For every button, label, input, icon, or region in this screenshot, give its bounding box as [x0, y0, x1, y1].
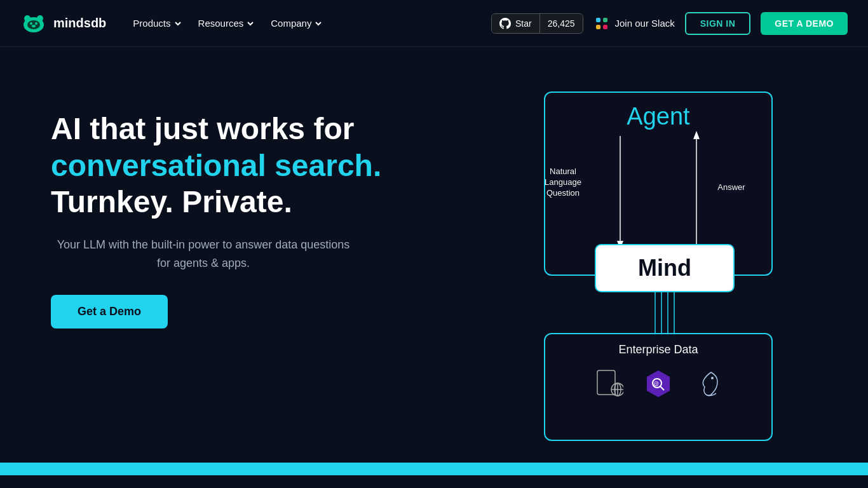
svg-rect-10: [603, 25, 607, 29]
hex-search-icon: @: [644, 369, 673, 398]
enterprise-box: Enterprise Data @: [544, 333, 773, 441]
svg-text:Answer: Answer: [717, 182, 745, 192]
navbar: mindsdb Products Resources Company: [0, 0, 868, 47]
nav-link-company[interactable]: Company: [264, 14, 329, 32]
logo[interactable]: mindsdb: [20, 13, 106, 34]
diagram-container: Agent Natural Language Question Answer M…: [512, 92, 804, 460]
hero-diagram: Agent Natural Language Question Answer M…: [512, 85, 817, 460]
hero-section: AI that just works for conversational se…: [0, 47, 868, 475]
nav-links: Products Resources Company: [126, 14, 329, 32]
hero-cta-button[interactable]: Get a Demo: [51, 295, 168, 329]
svg-text:@: @: [653, 381, 659, 387]
nav-link-resources[interactable]: Resources: [192, 14, 261, 32]
svg-point-6: [32, 25, 36, 27]
chevron-down-icon: [247, 20, 254, 27]
mind-label: Mind: [638, 255, 691, 281]
github-icon: [499, 18, 511, 29]
get-demo-button[interactable]: GET A DEMO: [761, 12, 848, 35]
github-star-label: Star: [492, 14, 540, 33]
slack-icon: [593, 15, 610, 32]
logo-text: mindsdb: [53, 16, 106, 30]
bottom-cyan-bar: [0, 463, 868, 475]
svg-rect-7: [596, 18, 600, 22]
enterprise-icons: @: [594, 369, 722, 398]
svg-point-32: [711, 377, 714, 379]
github-star-button[interactable]: Star 26,425: [491, 13, 583, 34]
svg-point-1: [24, 15, 31, 22]
mysql-icon: [693, 369, 722, 398]
nav-right: Star 26,425 Join our Slack SIGN IN GET A…: [491, 12, 848, 35]
mind-box: Mind: [595, 244, 735, 292]
svg-text:Language: Language: [545, 177, 581, 187]
chevron-down-icon: [315, 20, 322, 27]
svg-rect-23: [597, 370, 615, 395]
nav-left: mindsdb Products Resources Company: [20, 13, 329, 34]
svg-rect-9: [596, 25, 600, 29]
svg-point-5: [35, 22, 37, 25]
svg-rect-8: [603, 18, 607, 22]
hero-left: AI that just works for conversational se…: [51, 85, 381, 329]
hero-subtitle: Your LLM with the built-in power to answ…: [51, 236, 356, 273]
logo-icon: [20, 13, 47, 34]
nav-link-products[interactable]: Products: [126, 14, 187, 32]
svg-text:Question: Question: [546, 188, 580, 198]
svg-text:Natural: Natural: [550, 166, 576, 176]
svg-marker-17: [693, 131, 700, 139]
connector-lines: [649, 292, 681, 336]
slack-button[interactable]: Join our Slack: [593, 15, 675, 32]
github-star-count: 26,425: [540, 15, 583, 32]
chevron-down-icon: [174, 20, 182, 27]
enterprise-label: Enterprise Data: [618, 343, 698, 356]
svg-point-4: [30, 22, 32, 25]
signin-button[interactable]: SIGN IN: [685, 12, 751, 35]
hero-title: AI that just works for conversational se…: [51, 111, 381, 220]
web-file-icon: [594, 369, 623, 398]
svg-point-2: [37, 15, 43, 22]
